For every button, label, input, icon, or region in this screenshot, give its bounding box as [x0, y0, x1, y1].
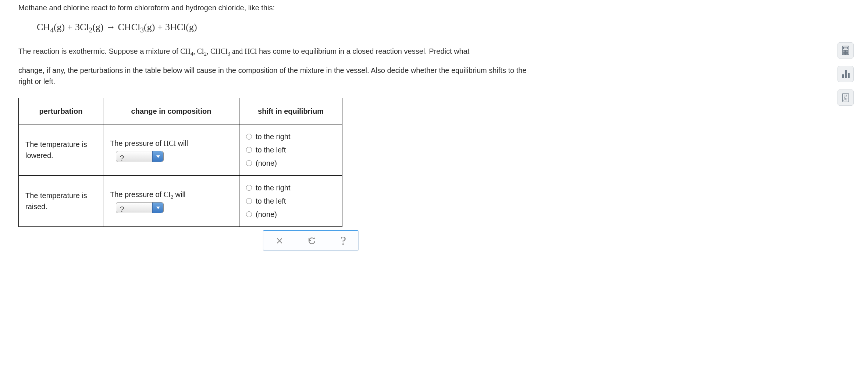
svg-marker-1 [156, 207, 160, 209]
clear-button[interactable] [275, 237, 284, 245]
table-row: The temperature is raised. The pressure … [19, 175, 342, 226]
svg-point-6 [847, 50, 847, 51]
header-perturbation: perturbation [19, 98, 103, 124]
perturbation-cell: The temperature is lowered. [19, 124, 103, 175]
change-cell: The pressure of HCl will ? [103, 124, 239, 175]
svg-point-10 [844, 53, 844, 54]
periodic-table-button[interactable]: 18 Ar [837, 89, 854, 106]
svg-point-12 [847, 53, 847, 54]
radio-icon [246, 185, 252, 191]
bar-chart-icon [842, 70, 850, 78]
intro-text: Methane and chlorine react to form chlor… [18, 2, 533, 13]
svg-point-8 [845, 52, 846, 53]
paragraph-line-1: The reaction is exothermic. Suppose a mi… [18, 46, 533, 58]
calculator-button[interactable] [837, 42, 854, 59]
element-tile-icon: 18 Ar [842, 93, 849, 102]
reset-button[interactable] [307, 236, 316, 245]
svg-point-5 [845, 50, 846, 51]
radio-option[interactable]: to the right [246, 131, 335, 142]
radio-option[interactable]: to the left [246, 196, 335, 207]
table-row: The temperature is lowered. The pressure… [19, 124, 342, 175]
svg-marker-0 [156, 155, 160, 158]
radio-option[interactable]: to the right [246, 182, 335, 193]
chemical-equation: CH4(g) + 3Cl2(g) → CHCl3(g) + 3HCl(g) [37, 20, 533, 35]
shift-cell: to the right to the left (none) [239, 124, 342, 175]
calculator-icon [842, 46, 850, 55]
bar-chart-button[interactable] [837, 66, 854, 82]
svg-point-7 [844, 52, 844, 53]
svg-point-4 [844, 50, 844, 51]
svg-point-9 [847, 52, 847, 53]
radio-option[interactable]: (none) [246, 209, 335, 220]
chevron-down-icon [152, 203, 163, 213]
radio-option[interactable]: (none) [246, 158, 335, 169]
header-shift: shift in equilibrium [239, 98, 342, 124]
paragraph-line-2: change, if any, the perturbations in the… [18, 65, 533, 87]
chevron-down-icon [152, 151, 163, 162]
perturbation-table: perturbation change in composition shift… [18, 98, 342, 227]
help-button[interactable]: ? [341, 235, 346, 247]
radio-icon [246, 198, 252, 204]
perturbation-cell: The temperature is raised. [19, 175, 103, 226]
header-change: change in composition [103, 98, 239, 124]
pressure-dropdown[interactable]: ? [116, 151, 164, 162]
change-cell: The pressure of Cl2 will ? [103, 175, 239, 226]
radio-icon [246, 160, 252, 166]
radio-icon [246, 147, 252, 153]
action-bar: ? [263, 230, 359, 251]
tool-rail: 18 Ar [836, 42, 855, 106]
radio-icon [246, 134, 252, 140]
pressure-dropdown[interactable]: ? [116, 202, 164, 213]
radio-option[interactable]: to the left [246, 144, 335, 155]
svg-point-11 [845, 53, 846, 54]
radio-icon [246, 211, 252, 217]
shift-cell: to the right to the left (none) [239, 175, 342, 226]
svg-rect-3 [843, 47, 848, 49]
